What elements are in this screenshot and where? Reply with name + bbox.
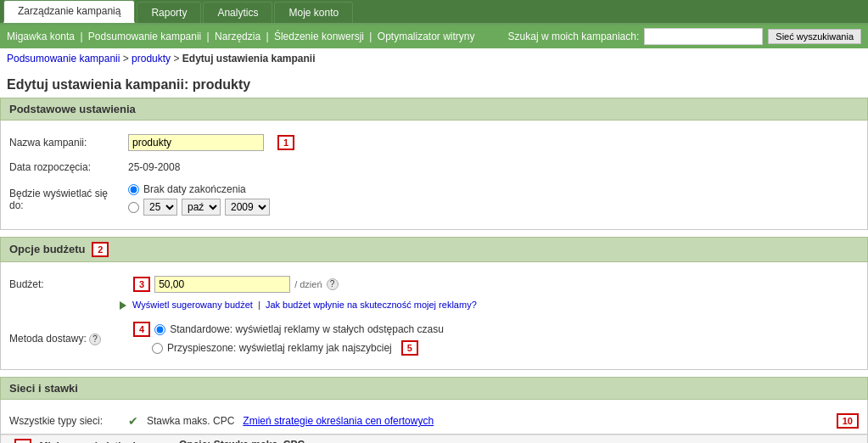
annotation-5: 5 [401,340,418,356]
search-input[interactable] [644,28,763,45]
budget-input-row: 3 / dzień ? [128,276,339,293]
triangle-icon [120,301,126,310]
stawka-text: Stawka maks. CPC [147,415,234,427]
label-data: Data rozpoczęcia: [9,161,120,173]
radio-date-input[interactable] [128,202,139,213]
row-budzet: Budżet: 3 / dzień ? [1,271,867,298]
page-title: Edytuj ustawienia kampanii: produkty [0,69,868,98]
breadcrumb-link-podsumowanie[interactable]: Podsumowanie kampanii [7,53,120,64]
search-area: Szukaj w moich kampaniach: Sieć wyszukiw… [508,28,861,45]
section-header-podstawowe: Podstawowe ustawienia [0,98,868,121]
help-icon-budzet[interactable]: ? [327,278,339,290]
col-header-opcje: Opcje: Stawka maks. CPC [179,439,859,443]
label-sieci-wszystkie: Wszystkie typy sieci: [9,415,120,427]
select-day[interactable]: 25 [143,199,177,216]
secondary-links: Migawka konta | Podsumowanie kampanii | … [7,31,475,42]
section-header-budzetu: Opcje budżetu 2 [0,237,868,262]
value-nazwa [128,134,264,151]
link-sledzenie[interactable]: Śledzenie konwersji [274,31,364,42]
annotation-7: 7 [14,439,31,443]
radio-standard: 4 Standardowe: wyświetlaj reklamy w stał… [128,322,444,337]
checkmark-icon: ✔ [128,414,138,428]
budget-links: Wyświetl sugerowany budżet | Jak budżet … [1,298,867,311]
radio-przyspieszone-input[interactable] [152,343,163,354]
radio-brak-daty-input[interactable] [128,184,139,195]
annotation-4: 4 [133,322,150,337]
tab-analytics[interactable]: Analytics [203,2,272,23]
annotation-10: 10 [837,413,859,429]
radio-przyspieszone: Przyspieszone: wyświetlaj reklamy jak na… [128,340,444,356]
input-nazwa[interactable] [128,134,264,151]
select-year[interactable]: 2009 [225,199,270,216]
label-budzet: Budżet: [9,278,120,290]
budget-unit: / dzień [294,279,322,289]
breadcrumb-link-produkty[interactable]: produkty [132,53,171,64]
select-month[interactable]: paź [182,199,221,216]
annotation-1: 1 [277,135,294,150]
sub-table-header: 7 Miejsce wyświetlania reklam: 6 Opcje: … [1,435,867,443]
label-nazwa: Nazwa kampanii: [9,137,120,149]
search-button[interactable]: Sieć wyszukiwania [768,29,861,44]
annotation-2: 2 [92,242,109,257]
radio-brak-daty: Brak daty zakończenia [128,183,270,195]
row-nazwa: Nazwa kampanii: 1 [1,129,867,156]
radio-group-metoda: 4 Standardowe: wyświetlaj reklamy w stał… [128,322,444,356]
form-section-budzetu: Budżet: 3 / dzień ? Wyświetl sugerowany … [0,262,868,370]
value-data: 25-09-2008 [128,161,180,173]
row-data: Data rozpoczęcia: 25-09-2008 [1,156,867,178]
link-impact[interactable]: Jak budżet wpłynie na skuteczność mojej … [266,300,477,310]
form-section-sieci: Wszystkie typy sieci: ✔ Stawka maks. CPC… [0,400,868,443]
tab-moje-konto[interactable]: Moje konto [274,2,353,23]
value-wyswietlac: Brak daty zakończenia 25 paź 2009 [128,183,270,216]
breadcrumb-current: Edytuj ustawienia kampanii [182,53,316,64]
form-section-podstawowe: Nazwa kampanii: 1 Data rozpoczęcia: 25-0… [0,121,868,230]
col-header-miejsce: 7 Miejsce wyświetlania reklam: 6 [9,439,179,443]
row-sieci-wszystkie: Wszystkie typy sieci: ✔ Stawka maks. CPC… [1,408,867,434]
top-nav: Zarządzanie kampanią Raporty Analytics M… [0,0,868,25]
value-metoda: 4 Standardowe: wyświetlaj reklamy w stał… [128,322,444,356]
radio-date-select: 25 paź 2009 [128,199,270,216]
search-label: Szukaj w moich kampaniach: [508,31,640,42]
breadcrumb: Podsumowanie kampanii > produkty > Edytu… [0,48,868,69]
link-optymalizator[interactable]: Optymalizator witryny [378,31,475,42]
link-zmien[interactable]: Zmień strategie określania cen ofertowyc… [243,415,434,427]
annotation-3: 3 [133,277,150,292]
link-narzedzia[interactable]: Narzędzia [215,31,260,42]
tab-zarzadzanie[interactable]: Zarządzanie kampanią [3,0,135,23]
link-migawka[interactable]: Migawka konta [7,31,75,42]
link-podsumowanie[interactable]: Podsumowanie kampanii [88,31,201,42]
label-metoda: Metoda dostawy: ? [9,333,120,345]
row-metoda: Metoda dostawy: ? 4 Standardowe: wyświet… [1,317,867,361]
radio-przyspieszone-label: Przyspieszone: wyświetlaj reklamy jak na… [167,342,392,354]
value-budzet: 3 / dzień ? [128,276,339,293]
radio-brak-daty-label: Brak daty zakończenia [143,183,246,195]
link-suggested[interactable]: Wyświetl sugerowany budżet [132,300,253,310]
radio-standard-label: Standardowe: wyświetlaj reklamy w stałyc… [170,323,444,335]
secondary-nav: Migawka konta | Podsumowanie kampanii | … [0,25,868,48]
row-wyswietlac: Będzie wyświetlać się do: Brak daty zako… [1,178,867,221]
tab-raporty[interactable]: Raporty [137,2,201,23]
radio-group-wyswietlac: Brak daty zakończenia 25 paź 2009 [128,183,270,216]
radio-standard-input[interactable] [154,324,165,335]
section-header-sieci: Sieci i stawki [0,377,868,400]
input-budzet[interactable] [154,276,290,293]
help-icon-metoda[interactable]: ? [89,334,101,345]
label-wyswietlac: Będzie wyświetlać się do: [9,188,120,211]
